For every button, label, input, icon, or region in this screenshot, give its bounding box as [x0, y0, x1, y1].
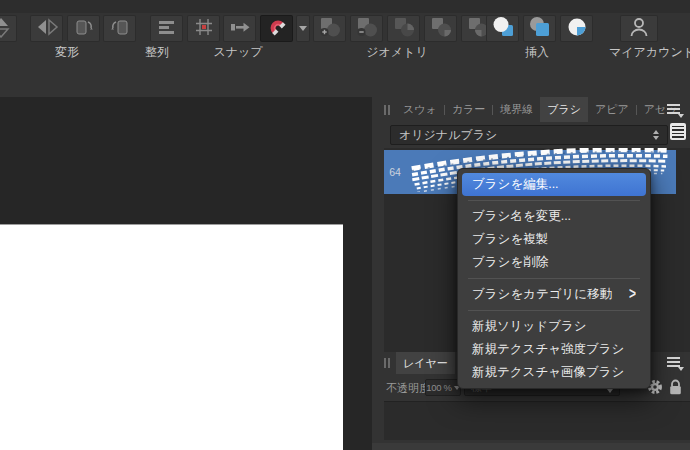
menu-item-move-to-category[interactable]: ブラシをカテゴリに移動 >: [458, 283, 650, 306]
snapping-toggle-button[interactable]: [260, 15, 293, 42]
flip-vertical-button[interactable]: [0, 15, 17, 42]
geometry-add-button[interactable]: [313, 15, 346, 42]
tab-appearance[interactable]: アピア: [588, 97, 636, 122]
menu-item-new-texture-image-brush[interactable]: 新規テクスチャ画像ブラシ: [458, 361, 650, 384]
rotate-cw-icon: [108, 16, 132, 42]
lock-icon: [668, 382, 683, 399]
toolbar-label-snap: スナップ: [213, 44, 262, 61]
snapping-options-dropdown[interactable]: [296, 15, 310, 42]
list-view-icon[interactable]: [670, 123, 686, 140]
layers-list[interactable]: [384, 401, 690, 440]
rotate-ccw-icon: [72, 16, 96, 42]
grid-icon: [192, 16, 216, 42]
rotate-ccw-button[interactable]: [67, 15, 100, 42]
submenu-arrow-icon: >: [629, 280, 636, 310]
brushes-panel-tabbar: スウォ カラー 境界線 ブラシ アピア アセッ: [372, 97, 690, 122]
flip-vertical-icon: [0, 16, 13, 42]
select-chevrons-icon: [653, 130, 659, 140]
toolbar-label-account: マイアカウント: [609, 44, 690, 61]
insert-behind-icon: [491, 16, 515, 42]
lock-layer-button[interactable]: [668, 378, 683, 400]
menu-item-duplicate-brush[interactable]: ブラシを複製: [458, 228, 650, 251]
opacity-dropdown[interactable]: 100 %: [425, 379, 461, 396]
tab-stroke[interactable]: 境界線: [493, 97, 540, 122]
tab-swatches[interactable]: スウォ: [396, 97, 444, 122]
caret-down-icon: [299, 26, 307, 31]
tab-colour[interactable]: カラー: [445, 97, 493, 122]
layers-panel-menu-icon[interactable]: [667, 357, 683, 369]
insert-inside-button[interactable]: [523, 15, 556, 42]
menu-item-rename-brush[interactable]: ブラシ名を変更...: [458, 205, 650, 228]
menu-item-new-solid-brush[interactable]: 新規ソリッドブラシ: [458, 315, 650, 338]
geometry-subtract-button[interactable]: [350, 15, 383, 42]
grid-snap-button[interactable]: [187, 15, 220, 42]
flip-horizontal-button[interactable]: [30, 15, 63, 42]
rotate-cw-button[interactable]: [103, 15, 136, 42]
toolbar-label-transform: 変形: [55, 44, 79, 61]
brushes-panel-menu-icon[interactable]: [667, 104, 683, 116]
menu-separator: [468, 278, 640, 279]
geometry-add-icon: [318, 16, 342, 42]
toolbar-label-insert: 挿入: [525, 44, 549, 61]
geometry-subtract-icon: [355, 16, 379, 42]
panel-bottom-bar: [372, 443, 690, 450]
align-button[interactable]: [150, 15, 183, 42]
toolbar-label-geometry: ジオメトリ: [366, 44, 427, 61]
menu-separator: [468, 200, 640, 201]
main-toolbar: 変形 整列 スナップ ジオメトリ 挿入 マイアカウント: [0, 13, 690, 97]
arrow-right-icon: [228, 16, 252, 42]
magnet-icon: [264, 15, 290, 43]
align-bars-icon: [155, 16, 179, 42]
brush-context-menu: ブラシを編集... ブラシ名を変更... ブラシを複製 ブラシを削除 ブラシをカ…: [457, 168, 651, 389]
my-account-button[interactable]: [620, 15, 658, 42]
menu-item-delete-brush[interactable]: ブラシを削除: [458, 251, 650, 274]
opacity-value: 100 %: [426, 382, 451, 393]
geometry-xor-button[interactable]: [424, 15, 457, 42]
geometry-intersect-button[interactable]: [387, 15, 420, 42]
titlebar: [0, 0, 690, 13]
panel-drag-handle[interactable]: [384, 97, 390, 122]
toolbar-label-align: 整列: [145, 44, 169, 61]
canvas-viewport[interactable]: [0, 97, 372, 450]
app-window: 変形 整列 スナップ ジオメトリ 挿入 マイアカウント スウォ カラー 境界線 …: [0, 0, 690, 450]
insert-inside-icon: [528, 16, 552, 42]
insert-on-top-button[interactable]: [560, 15, 593, 42]
insert-behind-button[interactable]: [486, 15, 519, 42]
document-page[interactable]: [0, 224, 343, 450]
brush-category-value: オリジナルブラシ: [399, 127, 653, 144]
brush-category-select[interactable]: オリジナルブラシ: [390, 125, 668, 145]
brush-size-label: 64: [384, 166, 406, 178]
insert-on-top-icon: [565, 16, 589, 42]
person-icon: [626, 15, 652, 43]
tab-brushes[interactable]: ブラシ: [540, 97, 588, 122]
menu-separator: [468, 310, 640, 311]
menu-item-new-texture-intensity-brush[interactable]: 新規テクスチャ強度ブラシ: [458, 338, 650, 361]
tab-layers[interactable]: レイヤー: [396, 352, 455, 374]
flip-horizontal-icon: [35, 16, 59, 42]
geometry-intersect-icon: [392, 16, 416, 42]
menu-item-edit-brush[interactable]: ブラシを編集...: [462, 173, 646, 196]
panel-drag-handle[interactable]: [384, 352, 390, 374]
geometry-xor-icon: [429, 16, 453, 42]
move-to-edge-button[interactable]: [223, 15, 256, 42]
